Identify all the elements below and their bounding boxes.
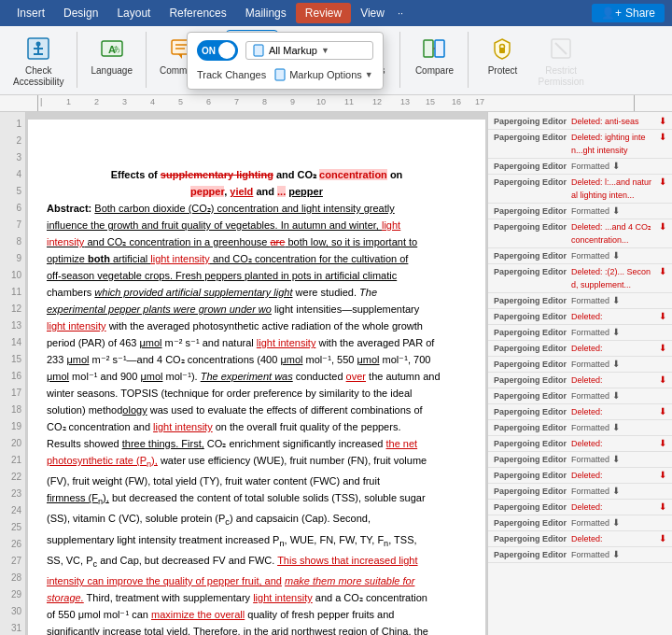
sidebar-entry-1[interactable]: Papergoing Editor Deleted: ighting inten… <box>488 130 672 159</box>
sidebar-author-23: Papergoing Editor <box>494 532 568 545</box>
svg-text:あ: あ <box>113 45 120 53</box>
line-num-8: 8 <box>0 233 25 250</box>
doc-line-8: optimize both artificial light intensity… <box>47 250 467 267</box>
sidebar-author-6: Papergoing Editor <box>494 249 568 262</box>
doc-line-2 <box>47 149 467 166</box>
sidebar-entry-14[interactable]: Papergoing Editor Formatted ⬇ <box>488 388 672 404</box>
doc-line-18: CO₂ concentration and light intensity on… <box>47 418 467 435</box>
sidebar-entry-4[interactable]: Papergoing Editor Formatted ⬇ <box>488 204 672 219</box>
menu-item-review[interactable]: Review <box>296 3 351 23</box>
sidebar-text-8: Formatted <box>571 294 609 307</box>
doc-line-26: intensity can improve the quality of pep… <box>47 572 467 589</box>
ruler-inner: | 1 2 3 4 5 6 7 8 9 10 11 12 13 15 16 17 <box>37 95 635 111</box>
sidebar-arrow-6: ⬇ <box>612 249 620 262</box>
protect-label: Protect <box>488 65 518 77</box>
ribbon-restrict-permission[interactable]: Restrict Permission <box>532 30 589 92</box>
sidebar-text-6: Formatted <box>571 249 609 262</box>
sidebar-entry-19[interactable]: Papergoing Editor Deleted: ⬇ <box>488 468 672 484</box>
sidebar-entry-21[interactable]: Papergoing Editor Deleted: ⬇ <box>488 500 672 515</box>
sidebar-arrow-24: ⬇ <box>612 548 620 561</box>
ribbon-language[interactable]: Aあ Language <box>85 30 138 80</box>
sidebar-author-17: Papergoing Editor <box>494 437 568 450</box>
sidebar-entry-16[interactable]: Papergoing Editor Formatted ⬇ <box>488 420 672 436</box>
sidebar-entry-24[interactable]: Papergoing Editor Formatted ⬇ <box>488 547 672 563</box>
sidebar-entry-13[interactable]: Papergoing Editor Deleted: ⬇ <box>488 373 672 388</box>
menu-item-mailings[interactable]: Mailings <box>236 3 296 23</box>
markup-select[interactable]: All Markup ▼ <box>245 41 373 60</box>
sidebar-entry-17[interactable]: Papergoing Editor Deleted: ⬇ <box>488 436 672 452</box>
sidebar-arrow-5: ⬇ <box>659 220 666 233</box>
sidebar-entry-22[interactable]: Papergoing Editor Formatted ⬇ <box>488 515 672 531</box>
doc-line-1 <box>47 133 467 149</box>
sidebar-text-14: Formatted <box>571 389 609 402</box>
line-num-6: 6 <box>0 200 25 217</box>
ribbon: Check Accessibility Aあ Language Comments… <box>0 26 672 95</box>
line-num-20: 20 <box>0 435 25 452</box>
sidebar-entry-3[interactable]: Papergoing Editor Deleted: l:...and natu… <box>488 175 672 204</box>
line-num-24: 24 <box>0 502 25 519</box>
line-num-23: 23 <box>0 486 25 502</box>
menu-item-references[interactable]: References <box>160 3 235 23</box>
document-container[interactable]: Effects of supplementary lighting and CO… <box>26 112 487 635</box>
doc-line-20: photosynthetic rate (Pn), water use effi… <box>47 452 467 473</box>
menu-item-layout[interactable]: Layout <box>107 3 160 23</box>
language-icon: Aあ <box>97 34 127 64</box>
sidebar-entry-2[interactable]: Papergoing Editor Formatted ⬇ <box>488 159 672 175</box>
ribbon-check-accessibility[interactable]: Check Accessibility <box>7 30 69 92</box>
divider-2 <box>146 32 147 88</box>
markup-options-label: Markup Options <box>289 69 362 80</box>
sidebar-entry-7[interactable]: Papergoing Editor Deleted: :(2)... Secon… <box>488 264 672 293</box>
divider-5 <box>468 32 469 88</box>
restrict-permission-label: Restrict Permission <box>538 65 583 88</box>
sidebar-entry-0[interactable]: Papergoing Editor Deleted: anti-seas ⬇ <box>488 114 672 130</box>
sidebar-entry-8[interactable]: Papergoing Editor Formatted ⬇ <box>488 293 672 309</box>
sidebar-entry-9[interactable]: Papergoing Editor Deleted: ⬇ <box>488 309 672 325</box>
menu-item-view[interactable]: View <box>351 3 394 23</box>
track-changes-button[interactable]: Track Changes <box>197 69 266 80</box>
sidebar-arrow-9: ⬇ <box>659 310 666 323</box>
sidebar-entry-15[interactable]: Papergoing Editor Deleted: ⬇ <box>488 404 672 420</box>
sidebar-entry-18[interactable]: Papergoing Editor Formatted ⬇ <box>488 452 672 468</box>
track-changes-popup: ON All Markup ▼ Track Changes Markup Opt… <box>187 32 384 90</box>
track-changes-toggle[interactable]: ON <box>197 40 238 61</box>
sidebar-entry-12[interactable]: Papergoing Editor Formatted ⬇ <box>488 357 672 373</box>
sidebar-arrow-0: ⬇ <box>659 115 666 128</box>
line-num-22: 22 <box>0 469 25 486</box>
sidebar-entry-5[interactable]: Papergoing Editor Deleted: ...and 4 CO₂ … <box>488 219 672 248</box>
doc-line-24: supplementary light intensity treatment … <box>47 531 467 552</box>
sidebar-arrow-2: ⬇ <box>612 160 620 173</box>
share-button[interactable]: 👤+ Share <box>592 4 665 22</box>
sidebar-arrow-7: ⬇ <box>659 265 666 278</box>
content-area: 1 2 3 4 5 6 7 8 9 10 11 12 13 14 15 16 1… <box>0 112 672 635</box>
doc-line-25: SS, VC, Pc and Cap, but decreased FV and… <box>47 552 467 572</box>
menu-item-design[interactable]: Design <box>54 3 107 23</box>
svg-rect-27 <box>254 45 263 56</box>
sidebar-author-9: Papergoing Editor <box>494 310 568 323</box>
doc-line-11: experimental pepper plants were grown un… <box>47 301 467 318</box>
doc-line-22: firmness (Fn), but decreased the content… <box>47 489 467 510</box>
sidebar-text-17: Deleted: <box>571 437 656 450</box>
sidebar-arrow-20: ⬇ <box>612 485 620 498</box>
ribbon-compare[interactable]: Compare <box>408 30 460 80</box>
markup-options-button[interactable]: Markup Options ▼ <box>273 68 373 81</box>
check-accessibility-label: Check Accessibility <box>13 65 63 88</box>
sidebar-entry-11[interactable]: Papergoing Editor Deleted: ⬇ <box>488 341 672 357</box>
sidebar-entry-20[interactable]: Papergoing Editor Formatted ⬇ <box>488 484 672 500</box>
svg-rect-20 <box>424 40 433 57</box>
sidebar-entry-6[interactable]: Papergoing Editor Formatted ⬇ <box>488 248 672 264</box>
sidebar-arrow-15: ⬇ <box>659 405 666 418</box>
sidebar-text-11: Deleted: <box>571 342 656 355</box>
sidebar-arrow-10: ⬇ <box>612 326 620 339</box>
sidebar-entry-10[interactable]: Papergoing Editor Formatted ⬇ <box>488 325 672 341</box>
sidebar-author-8: Papergoing Editor <box>494 294 568 307</box>
sidebar-entry-23[interactable]: Papergoing Editor Deleted: ⬇ <box>488 531 672 547</box>
sidebar-text-18: Formatted <box>571 453 609 466</box>
menu-item-insert[interactable]: Insert <box>7 3 54 23</box>
markup-options-icon <box>273 68 287 81</box>
line-num-13: 13 <box>0 318 25 334</box>
sidebar-author-2: Papergoing Editor <box>494 160 568 173</box>
sidebar-text-15: Deleted: <box>571 405 656 418</box>
ruler: | 1 2 3 4 5 6 7 8 9 10 11 12 13 15 16 17 <box>0 95 672 112</box>
ribbon-protect[interactable]: Protect <box>476 30 528 80</box>
sidebar-text-13: Deleted: <box>571 374 656 387</box>
